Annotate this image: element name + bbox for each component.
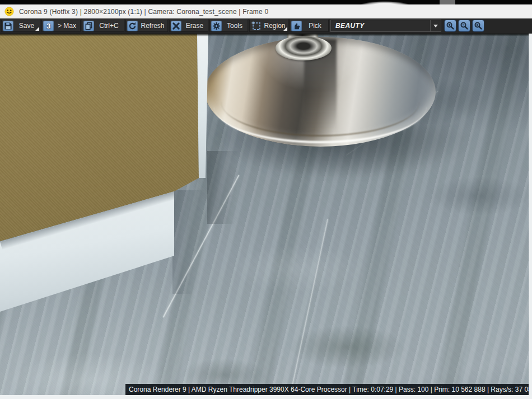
window-title: Corona 9 (Hotfix 3) | 2800×2100px (1:1) … [19, 8, 268, 16]
copy-icon [83, 21, 94, 31]
show-in-max-button[interactable]: 3 > Max [41, 20, 81, 32]
region-button[interactable]: Region [249, 20, 288, 32]
flyout-corner-icon [35, 27, 39, 31]
title-bar[interactable]: Corona 9 (Hotfix 3) | 2800×2100px (1:1) … [0, 4, 532, 19]
render-viewport[interactable]: Corona Renderer 9 | AMD Ryzen Threadripp… [0, 34, 529, 395]
window-bottom-border [0, 395, 532, 399]
zoom-reset-button[interactable] [472, 20, 484, 32]
pick-hand-icon [291, 21, 302, 31]
pick-button[interactable]: Pick [290, 20, 329, 32]
3dsmax-icon: 3 [43, 21, 54, 31]
render-element-select[interactable]: BEAUTY [330, 20, 441, 32]
refresh-icon [127, 21, 138, 31]
refresh-button[interactable]: Refresh [125, 20, 168, 32]
flyout-corner-icon [283, 27, 287, 31]
corona-vfb-window: Corona 9 (Hotfix 3) | 2800×2100px (1:1) … [0, 0, 532, 399]
render-top-edge-shadow [0, 34, 529, 36]
save-button[interactable]: Save [1, 20, 40, 32]
toolbar: Save 3 > Max Ctrl+C Refresh Erase [0, 18, 532, 34]
plinth-floor-shadow [172, 190, 206, 294]
background-window-strip [0, 0, 532, 4]
erase-button[interactable]: Erase [169, 20, 208, 32]
box-floor-shadow [207, 151, 246, 224]
zoom-out-button[interactable] [458, 20, 470, 32]
erase-x-icon [171, 21, 181, 31]
window-right-border [529, 34, 532, 399]
render-statistics-text: Corona Renderer 9 | AMD Ryzen Threadripp… [129, 386, 529, 393]
chrome-lamp-collar [276, 36, 332, 60]
region-marquee-icon [251, 21, 262, 31]
chevron-down-icon[interactable] [430, 20, 441, 31]
smiley-icon [4, 7, 14, 16]
background-window-artifact [440, 0, 455, 4]
floppy-disk-icon [3, 21, 13, 31]
copy-button[interactable]: Ctrl+C [82, 20, 124, 32]
render-element-value: BEAUTY [331, 20, 430, 31]
background-window-artifact [358, 0, 424, 4]
tools-button[interactable]: Tools [209, 20, 248, 32]
status-bar: Corona Renderer 9 | AMD Ryzen Threadripp… [125, 384, 529, 395]
zoom-in-button[interactable] [444, 20, 456, 32]
disc-rim-highlight [214, 70, 426, 143]
gear-icon [211, 21, 222, 31]
